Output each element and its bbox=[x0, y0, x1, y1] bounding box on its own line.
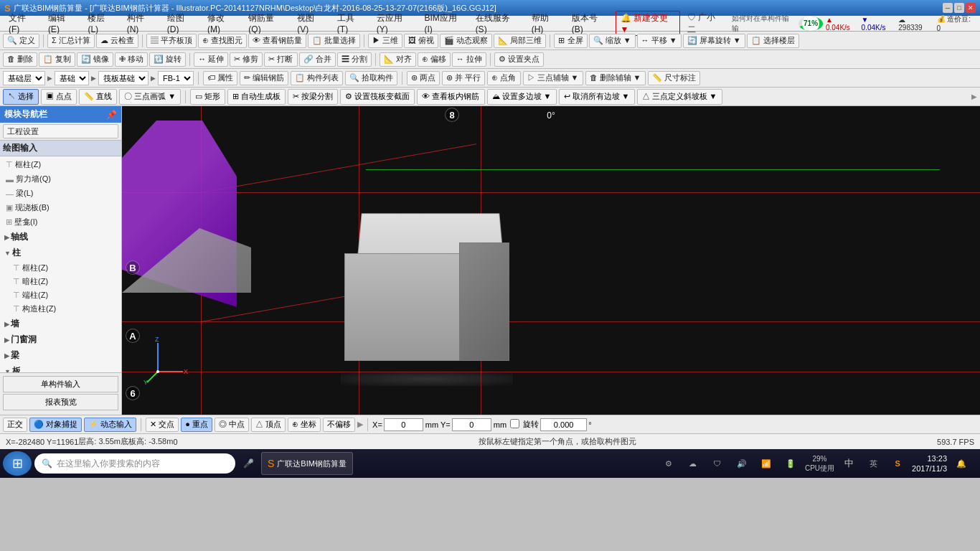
nav-group-slab[interactable]: ▼ 板 bbox=[1, 364, 120, 372]
slab-type-select[interactable]: 筏板基础 bbox=[98, 71, 149, 85]
minimize-button[interactable]: ─ bbox=[943, 3, 953, 13]
task-icon-1[interactable]: ⚙ bbox=[659, 453, 679, 474]
viewport[interactable]: 0° 8 B A 6 bbox=[122, 106, 980, 415]
break-button[interactable]: ✂ 打断 bbox=[264, 52, 297, 67]
task-icon-5[interactable]: 📶 bbox=[756, 453, 776, 474]
del-axis-button[interactable]: 🗑 删除辅轴 ▼ bbox=[585, 71, 646, 85]
single-comp-input-btn[interactable]: 单构件输入 bbox=[3, 376, 118, 392]
split-beam-btn[interactable]: ✂ 按梁分割 bbox=[288, 89, 338, 105]
tray-icon-s[interactable]: S bbox=[887, 453, 908, 474]
nav-niche[interactable]: ⊞ 壁龛(I) bbox=[1, 215, 120, 229]
move-button[interactable]: ✙ 移动 bbox=[115, 52, 148, 67]
dim-button[interactable]: 📏 尺寸标注 bbox=[648, 71, 700, 85]
batch-select-button[interactable]: 📋 批量选择 bbox=[308, 34, 360, 48]
menu-file[interactable]: 文件(F) bbox=[3, 11, 41, 36]
mirror-button[interactable]: 🔄 镜像 bbox=[77, 52, 113, 67]
intersect-btn[interactable]: ✕ 交点 bbox=[146, 418, 179, 432]
midpoint-btn[interactable]: ● 重点 bbox=[181, 418, 212, 432]
layer-type-select[interactable]: 基础 bbox=[55, 71, 89, 85]
set-slope-btn[interactable]: ⛰ 设置多边坡 ▼ bbox=[487, 89, 557, 105]
base-layer-select[interactable]: 基础层 bbox=[3, 71, 45, 85]
nav-frame-col2[interactable]: ⊤框柱(Z) bbox=[9, 261, 120, 275]
nav-frame-col[interactable]: ⊤ 框柱(Z) bbox=[1, 158, 120, 171]
local-3d-button[interactable]: 📐 局部三维 bbox=[494, 34, 546, 48]
lang-icon[interactable]: 中 bbox=[839, 453, 859, 474]
trim-button[interactable]: ✂ 修剪 bbox=[230, 52, 263, 67]
rect-btn[interactable]: ▭ 矩形 bbox=[190, 89, 225, 105]
extend-button[interactable]: ↔ 延伸 bbox=[194, 52, 228, 67]
start-button[interactable]: ⊞ bbox=[3, 451, 32, 476]
project-setup-btn[interactable]: 工程设置 bbox=[3, 124, 118, 138]
ortho-btn[interactable]: 正交 bbox=[3, 418, 27, 432]
sidebar-pin-icon[interactable]: 📌 bbox=[106, 110, 117, 120]
ime-icon[interactable]: 英 bbox=[863, 453, 883, 474]
two-point-button[interactable]: ⊛ 两点 bbox=[407, 71, 440, 85]
menu-modify[interactable]: 修改(M) bbox=[202, 11, 241, 36]
select-floor-button[interactable]: 📋 选择楼层 bbox=[747, 34, 799, 48]
view-rebar-button[interactable]: 👁 查看钢筋量 bbox=[248, 34, 306, 48]
nav-group-col[interactable]: ▼ 柱 bbox=[1, 245, 120, 260]
define-button[interactable]: 🔍 定义 bbox=[3, 34, 39, 48]
find-element-button[interactable]: ⊕ 查找图元 bbox=[198, 34, 247, 48]
cancel-slope-btn[interactable]: ↩ 取消所有边坡 ▼ bbox=[559, 89, 635, 105]
report-preview-btn[interactable]: 报表预览 bbox=[3, 394, 118, 410]
rotate-input[interactable] bbox=[540, 418, 587, 431]
y-input[interactable] bbox=[452, 418, 491, 431]
property-button[interactable]: 🏷 属性 bbox=[203, 71, 237, 85]
menu-bim[interactable]: BIM应用(I) bbox=[418, 11, 468, 36]
nav-group-wall[interactable]: ▶ 墙 bbox=[1, 316, 120, 331]
top-view-button[interactable]: 🖼 俯视 bbox=[404, 34, 438, 48]
menu-component[interactable]: 构件(N) bbox=[121, 11, 160, 36]
nav-hidden-col[interactable]: ⊤暗柱(Z) bbox=[9, 275, 120, 288]
rotate-checkbox[interactable] bbox=[510, 419, 519, 428]
menu-draw[interactable]: 绘图(D) bbox=[161, 11, 200, 36]
task-icon-2[interactable]: ☁ bbox=[683, 453, 703, 474]
task-icon-3[interactable]: 🛡 bbox=[707, 453, 727, 474]
task-icon-6[interactable]: 🔋 bbox=[781, 453, 801, 474]
select-mode-button[interactable]: ↖ 选择 bbox=[3, 89, 39, 105]
menu-new-change[interactable]: 🔔 新建变更 ▼ bbox=[616, 11, 680, 36]
vertex-btn[interactable]: △ 顶点 bbox=[251, 418, 286, 432]
maximize-button[interactable]: □ bbox=[954, 3, 964, 13]
menu-online[interactable]: 在线服务(S) bbox=[470, 11, 524, 36]
element-select[interactable]: FB-1 bbox=[158, 71, 194, 85]
align-button[interactable]: 📐 对齐 bbox=[380, 52, 416, 67]
no-offset-btn[interactable]: 不偏移 bbox=[323, 418, 355, 432]
edit-rebar-button[interactable]: ✏ 编辑钢筋 bbox=[240, 71, 288, 85]
menu-view[interactable]: 视图(V) bbox=[291, 11, 330, 36]
nav-group-axis[interactable]: ▶ 轴线 bbox=[1, 230, 120, 245]
point-angle-button[interactable]: ⊕ 点角 bbox=[487, 71, 520, 85]
dynamic-obs-button[interactable]: 🎬 动态观察 bbox=[440, 34, 492, 48]
menu-rebar[interactable]: 钢筋量(Q) bbox=[242, 11, 290, 36]
align-top-button[interactable]: ▤ 平齐板顶 bbox=[146, 34, 197, 48]
coord-btn[interactable]: ⊕ 坐标 bbox=[288, 418, 321, 432]
delete-button[interactable]: 🗑 删除 bbox=[3, 52, 37, 67]
dyn-input-btn[interactable]: ⚡ 动态输入 bbox=[84, 418, 136, 432]
nav-group-doorwin[interactable]: ▶ 门窗洞 bbox=[1, 332, 120, 347]
stretch-button[interactable]: ↔ 拉伸 bbox=[452, 52, 486, 67]
arc-btn[interactable]: 〇 三点画弧 ▼ bbox=[119, 89, 181, 105]
parallel-button[interactable]: ⊛ 并 平行 bbox=[442, 71, 485, 85]
nav-cast-slab[interactable]: ▣ 现浇板(B) bbox=[1, 201, 120, 215]
menu-gxe[interactable]: ♡ 广小二 bbox=[682, 10, 727, 37]
taskbar-app-btn[interactable]: S 广联达BIM钢筋算量 bbox=[261, 452, 353, 475]
cloud-check-button[interactable]: ☁ 云检查 bbox=[96, 34, 138, 48]
rotate-button[interactable]: 🔃 旋转 bbox=[149, 52, 186, 67]
close-button[interactable]: ✕ bbox=[966, 3, 976, 13]
3d-button[interactable]: ▶ 三维 bbox=[368, 34, 402, 48]
view-slab-rebar-btn[interactable]: 👁 查看板内钢筋 bbox=[417, 89, 484, 105]
menu-floor[interactable]: 楼层(L) bbox=[82, 11, 119, 36]
nav-beam[interactable]: — 梁(L) bbox=[1, 187, 120, 200]
zoom-button[interactable]: 🔍 缩放 ▼ bbox=[589, 34, 636, 48]
fullscreen-button[interactable]: ⊞ 全屏 bbox=[554, 34, 587, 48]
obj-snap-btn[interactable]: 🔵 对象捕捉 bbox=[29, 418, 82, 432]
nav-group-beam[interactable]: ▶ 梁 bbox=[1, 348, 120, 363]
center-btn[interactable]: ◎ 中点 bbox=[215, 418, 249, 432]
line-btn[interactable]: 📏 直线 bbox=[79, 89, 117, 105]
grip-button[interactable]: ⚙ 设置夹点 bbox=[494, 52, 544, 67]
menu-cloud[interactable]: 云应用(Y) bbox=[371, 11, 418, 36]
pick-component-button[interactable]: 🔍 拾取构件 bbox=[345, 71, 397, 85]
nav-end-col[interactable]: ⊤端柱(Z) bbox=[9, 288, 120, 302]
mic-icon[interactable]: 🎤 bbox=[238, 453, 258, 474]
screen-rotate-button[interactable]: 🔄 屏幕旋转 ▼ bbox=[683, 34, 745, 48]
